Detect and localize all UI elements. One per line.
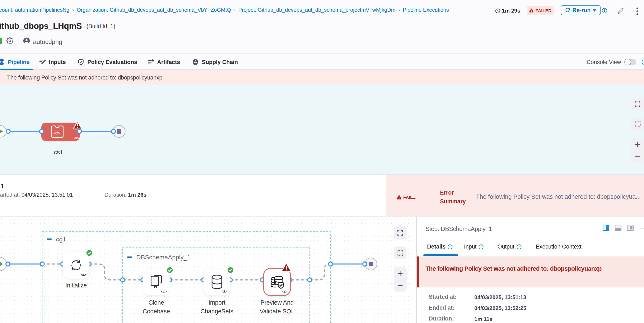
svg-text:</>: </> <box>74 136 79 140</box>
svg-text:</>: </> <box>54 131 60 136</box>
